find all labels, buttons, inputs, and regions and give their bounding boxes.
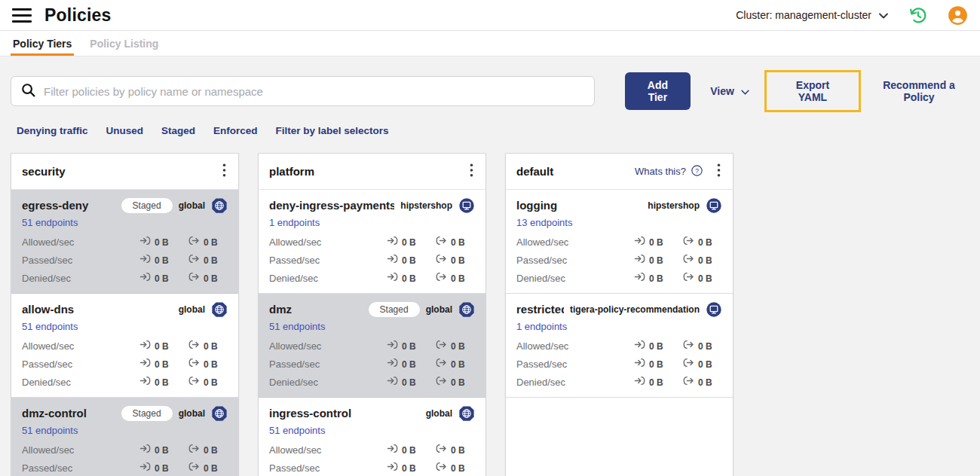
stat-row: Passed/sec0 B0 B — [516, 358, 722, 371]
egress-icon — [188, 236, 200, 249]
egress-icon — [436, 254, 447, 267]
stat-row: Denied/sec0 B0 B — [269, 376, 475, 389]
tier-menu-button[interactable] — [465, 162, 478, 181]
outbound-stat: 0 B — [683, 236, 722, 249]
egress-icon — [188, 340, 200, 352]
view-button[interactable]: View — [710, 85, 749, 97]
endpoints-link[interactable]: 1 endpoints — [516, 321, 567, 332]
cluster-selector[interactable]: Cluster: management-cluster — [736, 9, 888, 21]
tab-policy-tiers[interactable]: Policy Tiers — [11, 31, 74, 56]
egress-icon — [436, 340, 447, 352]
tier-menu-button[interactable] — [218, 162, 231, 181]
tier-menu-button[interactable] — [712, 162, 725, 181]
inbound-stat: 0 B — [634, 272, 675, 285]
policy-card-restricted[interactable]: restrictedtigera-policy-recommendation1 … — [506, 294, 733, 398]
endpoints-link[interactable]: 51 endpoints — [269, 321, 325, 332]
inbound-stat: 0 B — [139, 376, 181, 389]
user-menu-button[interactable] — [948, 5, 968, 26]
stat-row: Passed/sec0 B0 B — [22, 462, 228, 474]
outbound-value: 0 B — [698, 340, 712, 352]
topbar-right: Cluster: management-cluster — [736, 5, 968, 26]
policy-card-ingress-control[interactable]: ingress-controlglobal51 endpointsAllowed… — [259, 398, 485, 476]
outbound-value: 0 B — [204, 236, 218, 249]
outbound-value: 0 B — [204, 340, 218, 352]
egress-icon — [683, 358, 694, 371]
policy-header: allow-dnsglobal — [22, 301, 228, 318]
policy-header: dmzStagedglobal — [269, 301, 475, 318]
outbound-stat: 0 B — [436, 272, 475, 285]
policy-header: restrictedtigera-policy-recommendation — [516, 301, 722, 318]
ingress-icon — [139, 444, 151, 456]
policy-card-deny-ingress-paymentservi[interactable]: deny-ingress-paymentservi…hipstershop1 e… — [259, 190, 485, 294]
outbound-value: 0 B — [204, 359, 218, 371]
filter-filter-by-label-selectors[interactable]: Filter by label selectors — [276, 125, 389, 136]
egress-icon — [683, 236, 694, 249]
egress-icon — [188, 462, 200, 474]
tab-policy-listing[interactable]: Policy Listing — [87, 31, 161, 56]
endpoints-link[interactable]: 51 endpoints — [22, 425, 78, 436]
inbound-stat: 0 B — [139, 272, 181, 285]
outbound-value: 0 B — [698, 236, 712, 249]
endpoints-link[interactable]: 1 endpoints — [269, 217, 320, 228]
search-input[interactable] — [44, 85, 585, 98]
egress-icon — [683, 272, 694, 285]
policy-card-dmz-control[interactable]: dmz-controlStagedglobal51 endpointsAllow… — [11, 398, 238, 476]
globe-icon — [458, 405, 475, 422]
stat-label: Allowed/sec — [516, 236, 634, 249]
policy-card-dmz[interactable]: dmzStagedglobal51 endpointsAllowed/sec0 … — [259, 294, 485, 398]
tier-card-security: securityegress-denyStagedglobal51 endpoi… — [11, 153, 239, 476]
inbound-value: 0 B — [649, 359, 663, 371]
policy-card-egress-deny[interactable]: egress-denyStagedglobal51 endpointsAllow… — [11, 190, 238, 294]
filter-enforced[interactable]: Enforced — [213, 125, 258, 136]
outbound-stat: 0 B — [683, 376, 722, 389]
policy-scope-label: global — [179, 200, 205, 211]
stat-row: Denied/sec0 B0 B — [22, 376, 228, 389]
inbound-stat: 0 B — [634, 340, 675, 352]
endpoints-link[interactable]: 13 endpoints — [516, 217, 572, 228]
recommend-policy-button[interactable]: Recommend a Policy — [868, 79, 969, 103]
ingress-icon — [139, 254, 151, 267]
tab-bar: Policy TiersPolicy Listing — [0, 30, 980, 56]
inbound-stat: 0 B — [139, 254, 181, 267]
filter-unused[interactable]: Unused — [106, 125, 144, 136]
stat-row: Passed/sec0 B0 B — [22, 254, 228, 267]
whats-this-link[interactable]: Whats this?? — [635, 164, 703, 179]
stat-label: Denied/sec — [22, 273, 139, 285]
history-button[interactable] — [908, 5, 928, 26]
stat-label: Passed/sec — [516, 359, 634, 371]
stat-label: Denied/sec — [22, 377, 139, 389]
avatar — [948, 5, 968, 26]
endpoints-link[interactable]: 51 endpoints — [22, 217, 78, 228]
add-tier-button[interactable]: Add Tier — [625, 72, 691, 110]
policy-name: egress-deny — [22, 199, 115, 212]
filter-denying-traffic[interactable]: Denying traffic — [17, 125, 88, 136]
policy-scope-label: hipstershop — [400, 200, 452, 211]
inbound-stat: 0 B — [387, 376, 428, 389]
stat-label: Allowed/sec — [269, 340, 387, 352]
menu-icon[interactable] — [12, 5, 32, 25]
outbound-value: 0 B — [698, 255, 712, 267]
endpoints-link[interactable]: 51 endpoints — [269, 425, 325, 436]
filter-staged[interactable]: Staged — [161, 125, 195, 136]
ingress-icon — [139, 462, 151, 474]
egress-icon — [436, 236, 447, 249]
export-yaml-button[interactable]: Export YAML — [782, 79, 844, 103]
cluster-selector-label: Cluster: management-cluster — [736, 9, 871, 21]
stat-row: Allowed/sec0 B0 B — [269, 340, 475, 352]
whats-this-label: Whats this? — [635, 166, 686, 177]
tier-card-platform: platformdeny-ingress-paymentservi…hipste… — [258, 153, 486, 476]
outbound-stat: 0 B — [683, 254, 722, 267]
inbound-stat: 0 B — [634, 236, 675, 249]
endpoints-link[interactable]: 51 endpoints — [22, 321, 78, 332]
policy-name: allow-dns — [22, 303, 173, 316]
policy-card-logging[interactable]: logginghipstershop13 endpointsAllowed/se… — [506, 190, 733, 294]
help-icon: ? — [691, 164, 703, 179]
policy-card-allow-dns[interactable]: allow-dnsglobal51 endpointsAllowed/sec0 … — [11, 294, 238, 398]
toolbar: Add Tier View Export YAML Recommend a Po… — [11, 70, 969, 112]
outbound-value: 0 B — [451, 359, 465, 371]
stat-label: Allowed/sec — [269, 444, 387, 456]
tier-name: default — [516, 165, 635, 178]
namespace-icon — [706, 301, 722, 318]
tier-header: platform — [259, 154, 485, 190]
policy-header: deny-ingress-paymentservi…hipstershop — [269, 197, 475, 214]
